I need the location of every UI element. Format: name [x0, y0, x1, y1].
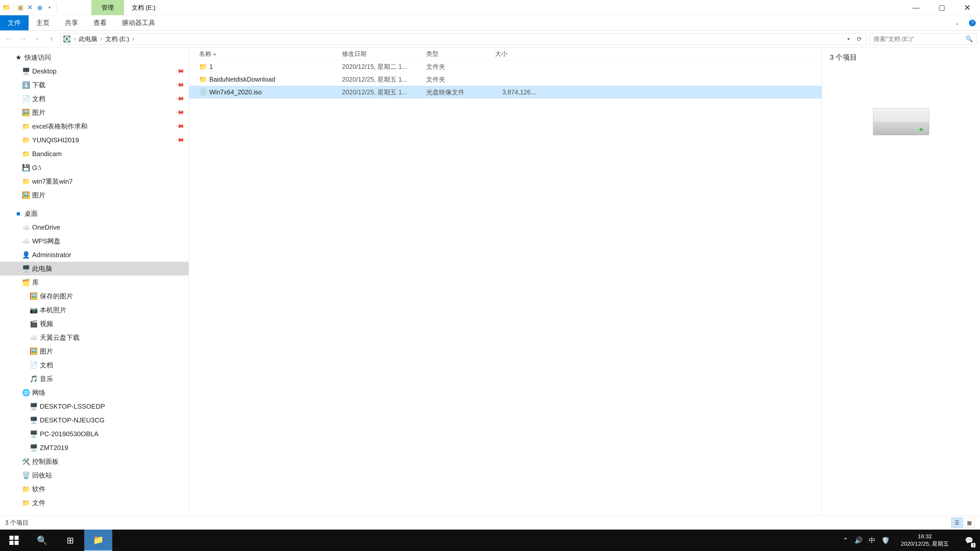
status-bar: 3 个项目 ☰ ▦ [0, 515, 980, 530]
col-name[interactable]: 名称▲ [199, 50, 342, 58]
search-input[interactable] [873, 35, 966, 43]
tree-quick-item[interactable]: 🖼️图片📌 [0, 106, 189, 119]
tab-drive-tools[interactable]: 驱动器工具 [115, 15, 163, 30]
breadcrumb-this-pc[interactable]: 此电脑 [79, 35, 97, 43]
tree-library-item[interactable]: 📄文档 [0, 358, 189, 372]
chevron-right-icon[interactable]: › [132, 35, 134, 43]
label: 控制面板 [32, 457, 59, 466]
security-icon[interactable]: 🛡️ [881, 537, 890, 545]
separator [56, 3, 57, 12]
window-title: 文档 (E:) [124, 3, 156, 12]
chevron-right-icon[interactable]: › [100, 35, 102, 43]
tree-quick-access[interactable]: ★ 快速访问 [0, 51, 189, 64]
label: excel表格制作求和 [32, 122, 88, 131]
tree-quick-item[interactable]: 📁win7重装win7 [0, 175, 189, 188]
tree-library-item[interactable]: ☁️天翼云盘下载 [0, 330, 189, 345]
tree-recycle-bin[interactable]: 🗑️ 回收站 [0, 468, 189, 482]
tray-overflow-icon[interactable]: ⌃ [843, 537, 848, 545]
tree-library-item[interactable]: 🎬视频 [0, 317, 189, 330]
tab-file[interactable]: 文件 [0, 15, 29, 30]
tree-library-item[interactable]: 🖼️保存的图片 [0, 289, 189, 303]
volume-icon[interactable]: 🔊 [854, 537, 862, 545]
col-size[interactable]: 大小 [495, 50, 546, 58]
svg-rect-2 [10, 536, 14, 540]
taskbar: 🔍 ⊞ 📁 ⌃ 🔊 中 🛡️ 16:32 2020/12/25, 星期五 💬3 [0, 530, 980, 551]
tree-quick-item[interactable]: 🖼️图片 [0, 188, 189, 202]
tree-library-item[interactable]: 🖼️图片 [0, 345, 189, 358]
recent-dropdown-icon[interactable]: ▾ [32, 33, 43, 44]
clock-date: 2020/12/25, 星期五 [901, 540, 949, 548]
taskbar-clock[interactable]: 16:32 2020/12/25, 星期五 [896, 533, 954, 548]
help-icon[interactable]: ? [965, 15, 980, 30]
qat-new-icon[interactable]: ◉ [35, 3, 44, 12]
breadcrumb-location[interactable]: 文档 (E:) [105, 35, 129, 43]
maximize-button[interactable]: ▢ [929, 0, 955, 15]
label: 软件 [32, 485, 45, 494]
tree-quick-item[interactable]: 📁Bandicam [0, 147, 189, 161]
search-box[interactable]: 🔍 [870, 33, 977, 45]
tree-this-pc[interactable]: 🖥️ 此电脑 [0, 262, 189, 275]
ribbon-collapse-icon[interactable]: ⌄ [950, 15, 965, 30]
col-type[interactable]: 类型 [426, 50, 495, 58]
col-date[interactable]: 修改日期 [342, 50, 426, 58]
tree-network[interactable]: 🌐 网络 [0, 386, 189, 400]
tree-libraries[interactable]: 🗂️ 库 [0, 275, 189, 289]
tree-library-item[interactable]: 📷本机照片 [0, 303, 189, 317]
address-dropdown-icon[interactable]: ▾ [845, 36, 852, 42]
tree-quick-item[interactable]: 💾G:\ [0, 161, 189, 175]
search-taskbar-button[interactable]: 🔍 [28, 530, 56, 551]
qat-properties-icon[interactable]: ▣ [16, 3, 25, 12]
tree-library-item[interactable]: 🎵音乐 [0, 372, 189, 386]
view-details-button[interactable]: ☰ [951, 518, 963, 528]
file-row[interactable]: 📁BaiduNetdiskDownload2020/12/25, 星期五 1..… [189, 73, 822, 86]
tab-view[interactable]: 查看 [86, 15, 115, 30]
task-view-button[interactable]: ⊞ [56, 530, 84, 551]
file-list[interactable]: 📁12020/12/15, 星期二 1...文件夹📁BaiduNetdiskDo… [189, 60, 822, 98]
address-bar[interactable]: 💽 › 此电脑 › 文档 (E:) › ▾ ⟳ [60, 33, 867, 45]
pin-icon: 📌 [175, 121, 185, 131]
tree-network-item[interactable]: 🖥️PC-20190530OBLA [0, 427, 189, 441]
column-headers[interactable]: 名称▲ 修改日期 类型 大小 [189, 48, 822, 60]
tree-folder-files[interactable]: 📁 文件 [0, 496, 189, 510]
taskbar-explorer[interactable]: 📁 [84, 530, 112, 551]
qat-dropdown-icon[interactable]: ▾ [45, 3, 54, 12]
navigation-pane[interactable]: ★ 快速访问 🖥️Desktop📌⬇️下载📌📄文档📌🖼️图片📌📁excel表格制… [0, 48, 189, 515]
tab-share[interactable]: 共享 [57, 15, 86, 30]
qat-close-icon[interactable]: ✕ [26, 3, 35, 12]
tree-network-item[interactable]: 🖥️DESKTOP-LSSOEDP [0, 400, 189, 413]
action-center-button[interactable]: 💬3 [960, 530, 978, 551]
tab-home[interactable]: 主页 [29, 15, 57, 30]
ime-indicator[interactable]: 中 [869, 536, 875, 545]
search-icon[interactable]: 🔍 [966, 35, 973, 43]
up-button[interactable]: ↑ [46, 33, 57, 44]
tree-quick-item[interactable]: 🖥️Desktop📌 [0, 64, 189, 78]
tree-network-item[interactable]: 🖥️DESKTOP-NJEU3CG [0, 413, 189, 427]
tree-folder-software[interactable]: 📁 软件 [0, 482, 189, 496]
close-button[interactable]: ✕ [955, 0, 980, 15]
file-row[interactable]: 💿Win7x64_2020.iso2020/12/25, 星期五 1...光盘映… [189, 86, 822, 98]
refresh-icon[interactable]: ⟳ [855, 35, 864, 43]
tree-quick-item[interactable]: 📄文档📌 [0, 92, 189, 106]
label: 文档 [40, 361, 53, 370]
tree-item[interactable]: 👤Administrator [0, 248, 189, 262]
back-button[interactable]: ← [3, 33, 14, 44]
forward-button[interactable]: → [18, 33, 29, 44]
tree-quick-item[interactable]: 📁YUNQISHI2019📌 [0, 133, 189, 147]
tree-quick-item[interactable]: ⬇️下载📌 [0, 78, 189, 92]
tree-desktop[interactable]: ■ 桌面 [0, 206, 189, 221]
minimize-button[interactable]: — [904, 0, 929, 15]
tree-item[interactable]: ☁️WPS网盘 [0, 234, 189, 248]
tree-quick-item[interactable]: 📁excel表格制作求和📌 [0, 119, 189, 133]
tree-network-item[interactable]: 🖥️ZMT2019 [0, 441, 189, 454]
tree-item[interactable]: ☁️OneDrive [0, 221, 189, 234]
file-row[interactable]: 📁12020/12/15, 星期二 1...文件夹 [189, 60, 822, 73]
view-large-icons-button[interactable]: ▦ [964, 518, 975, 528]
svg-rect-3 [14, 536, 19, 540]
start-button[interactable] [0, 530, 28, 551]
label: 回收站 [32, 471, 52, 480]
chevron-right-icon[interactable]: › [74, 35, 76, 43]
label: 本机照片 [40, 306, 66, 314]
tree-control-panel[interactable]: 🛠️ 控制面板 [0, 454, 189, 468]
label: 音乐 [40, 375, 53, 383]
desktop-icon: ■ [14, 210, 23, 218]
